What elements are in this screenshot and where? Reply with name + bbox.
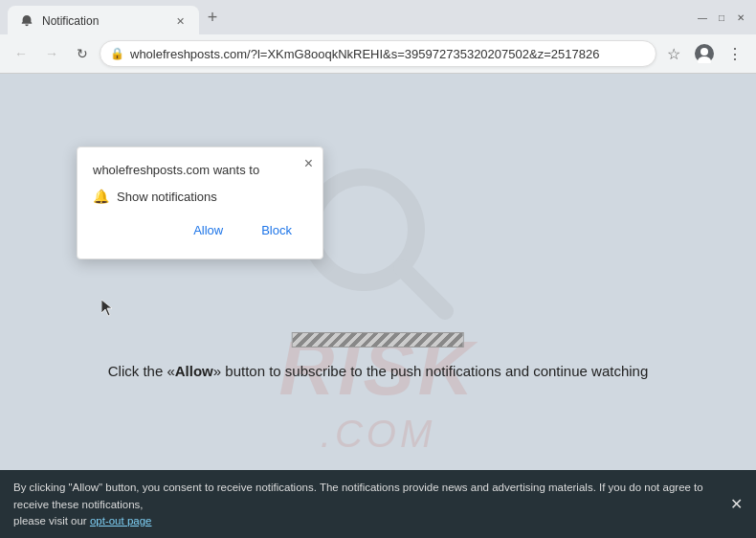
bottom-bar-text-part1: By clicking "Allow" button, you consent … [13, 482, 703, 509]
back-button[interactable]: ← [8, 40, 34, 67]
notification-label: Show notifications [117, 190, 217, 204]
tab-label: Notification [42, 14, 165, 28]
watermark: RISK .COM [0, 74, 756, 538]
main-content: RISK .COM Click the «Allow» button to su… [0, 74, 756, 538]
bottom-bar-close-button[interactable]: ✕ [730, 493, 743, 516]
maximize-button[interactable]: □ [714, 10, 729, 25]
progress-bar [292, 332, 464, 347]
window-controls: — □ ✕ [695, 10, 748, 25]
svg-line-4 [402, 268, 445, 311]
nav-actions: ☆ ⋮ [660, 40, 748, 67]
svg-point-3 [311, 177, 416, 282]
svg-marker-5 [101, 300, 112, 316]
notification-popup: × wholefreshposts.com wants to 🔔 Show no… [77, 146, 323, 259]
opt-out-link[interactable]: opt-out page [90, 515, 152, 527]
forward-button[interactable]: → [38, 40, 65, 67]
popup-title: wholefreshposts.com wants to [93, 163, 307, 177]
allow-button[interactable]: Allow [178, 217, 238, 243]
close-window-button[interactable]: ✕ [733, 10, 748, 25]
mouse-cursor [101, 300, 113, 317]
tab-favicon [19, 13, 34, 29]
tab-bar: Notification ✕ + — □ ✕ [0, 0, 756, 34]
notification-row: 🔔 Show notifications [93, 189, 307, 204]
watermark-com-text: .COM [321, 413, 435, 456]
block-button[interactable]: Block [246, 217, 307, 243]
refresh-button[interactable]: ↻ [69, 40, 96, 67]
bottom-bar-text: By clicking "Allow" button, you consent … [13, 482, 703, 527]
navigation-bar: ← → ↻ 🔒 wholefreshposts.com/?l=XKmG8ooqk… [0, 34, 756, 73]
click-instruction: Click the «Allow» button to subscribe to… [108, 363, 649, 379]
progress-area: Click the «Allow» button to subscribe to… [108, 332, 649, 379]
minimize-button[interactable]: — [695, 10, 710, 25]
popup-close-button[interactable]: × [304, 155, 313, 172]
bottom-bar-text-part2: please visit our [13, 515, 90, 527]
bookmark-button[interactable]: ☆ [660, 40, 687, 67]
bell-icon: 🔔 [93, 189, 109, 204]
popup-buttons: Allow Block [93, 217, 307, 243]
active-tab[interactable]: Notification ✕ [8, 6, 199, 36]
new-tab-button[interactable]: + [199, 4, 226, 31]
progress-bar-fill [293, 333, 463, 347]
browser-chrome: Notification ✕ + — □ ✕ ← → ↻ 🔒 wholefres… [0, 0, 756, 74]
tab-close-button[interactable]: ✕ [172, 13, 188, 29]
address-bar[interactable]: 🔒 wholefreshposts.com/?l=XKmG8ooqkNkREHI… [100, 40, 656, 67]
profile-button[interactable] [691, 40, 718, 67]
address-text: wholefreshposts.com/?l=XKmG8ooqkNkREHI&s… [130, 47, 646, 61]
menu-button[interactable]: ⋮ [722, 40, 748, 67]
svg-point-1 [700, 48, 708, 56]
bottom-notification-bar: By clicking "Allow" button, you consent … [0, 470, 756, 538]
lock-icon: 🔒 [110, 47, 124, 60]
